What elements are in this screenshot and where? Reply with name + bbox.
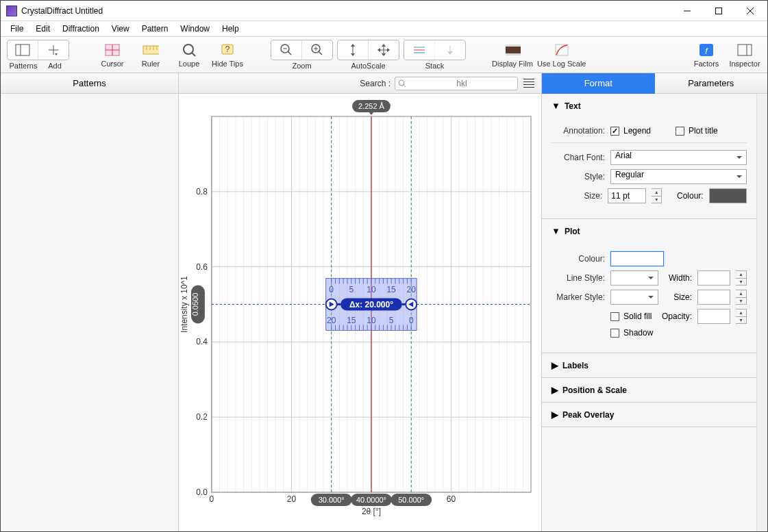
hamburger-menu-button[interactable] [522, 77, 536, 90]
minimize-button[interactable] [671, 1, 703, 21]
stack-toggle-button[interactable] [404, 40, 434, 60]
display-film-button[interactable]: Display Film [492, 42, 533, 68]
svg-text:0: 0 [210, 494, 214, 504]
svg-text:2.252 Å: 2.252 Å [358, 102, 384, 110]
log-scale-icon [554, 42, 570, 58]
section-labels-header[interactable]: ▶ Labels [542, 353, 756, 377]
factors-button[interactable]: fFactors [689, 42, 723, 68]
menu-bar: File Edit Diffraction View Pattern Windo… [1, 21, 767, 36]
line-width-field[interactable] [697, 270, 730, 286]
marker-size-stepper[interactable]: ▲▼ [736, 290, 747, 305]
inspector-panel: Format Parameters ▼ Text Annotation: Leg… [541, 73, 767, 531]
add-button[interactable] [38, 40, 69, 60]
diffraction-plot[interactable]: 02040600.00.20.40.60.82θ [°]Intensity x … [179, 94, 541, 531]
svg-text:5: 5 [349, 285, 354, 294]
svg-text:60: 60 [447, 494, 456, 504]
ruler-button[interactable]: Ruler [134, 42, 168, 68]
loupe-button[interactable]: Loupe [172, 42, 206, 68]
marker-style-select[interactable] [610, 290, 658, 305]
cursor-button[interactable]: Cursor [95, 42, 129, 68]
svg-point-16 [184, 45, 193, 54]
line-width-stepper[interactable]: ▲▼ [736, 270, 747, 286]
menu-view[interactable]: View [106, 23, 135, 35]
svg-text:0.0: 0.0 [196, 487, 208, 497]
svg-text:15: 15 [347, 316, 356, 325]
stack-down-button[interactable] [434, 40, 465, 60]
opacity-field[interactable] [697, 309, 730, 324]
marker-size-field[interactable] [697, 290, 730, 305]
factors-icon: f [698, 42, 715, 58]
svg-line-17 [192, 53, 195, 56]
patterns-list[interactable] [1, 94, 178, 531]
add-label: Add [40, 62, 69, 70]
text-colour-swatch[interactable] [709, 188, 747, 203]
svg-text:10: 10 [367, 316, 376, 325]
section-peak-overlay-header[interactable]: ▶ Peak Overlay [542, 403, 756, 427]
autoscale-xy-button[interactable] [368, 40, 399, 60]
chart-font-select[interactable]: Arial [610, 150, 747, 165]
font-size-field[interactable]: 11 pt [608, 188, 646, 203]
legend-checkbox[interactable]: Legend [610, 126, 651, 136]
patterns-icon [14, 42, 31, 58]
line-style-select[interactable] [610, 270, 658, 286]
autoscale-xy-icon [375, 42, 392, 58]
shadow-checkbox[interactable]: Shadow [610, 328, 653, 338]
patterns-button[interactable] [8, 40, 38, 60]
patterns-label: Patterns [6, 62, 40, 70]
inspector-scrollbar[interactable] [756, 94, 767, 531]
svg-line-43 [404, 85, 406, 87]
zoom-out-button[interactable] [271, 40, 301, 60]
section-plot-header[interactable]: ▼ Plot [542, 219, 756, 243]
search-input[interactable] [409, 79, 515, 88]
film-icon [504, 42, 521, 58]
patterns-panel-header: Patterns [1, 73, 178, 94]
loupe-icon [181, 42, 197, 58]
use-log-scale-button[interactable]: Use Log Scale [537, 42, 586, 68]
inspector-button[interactable]: Inspector [728, 42, 762, 68]
menu-pattern[interactable]: Pattern [136, 23, 174, 35]
section-position-scale-header[interactable]: ▶ Position & Scale [542, 378, 756, 402]
patterns-panel: Patterns [1, 73, 179, 531]
svg-point-42 [399, 80, 404, 86]
svg-rect-36 [506, 53, 521, 55]
menu-file[interactable]: File [5, 23, 29, 35]
font-size-stepper[interactable]: ▲▼ [652, 188, 662, 203]
menu-diffraction[interactable]: Diffraction [57, 23, 105, 35]
solid-fill-checkbox[interactable]: Solid fill [610, 312, 652, 321]
svg-text:20: 20 [287, 494, 297, 504]
plot-area[interactable]: 02040600.00.20.40.60.82θ [°]Intensity x … [179, 94, 541, 531]
menu-edit[interactable]: Edit [30, 23, 55, 35]
maximize-button[interactable] [703, 1, 734, 21]
svg-rect-35 [506, 45, 521, 47]
close-button[interactable] [734, 1, 766, 21]
stack-icon [411, 42, 428, 58]
svg-text:2θ [°]: 2θ [°] [362, 507, 381, 516]
autoscale-y-button[interactable] [338, 40, 368, 60]
opacity-stepper[interactable]: ▲▼ [736, 309, 747, 324]
svg-text:5: 5 [389, 316, 394, 325]
svg-text:Intensity x 10^1: Intensity x 10^1 [179, 276, 189, 333]
menu-help[interactable]: Help [216, 23, 245, 35]
search-box[interactable] [395, 77, 518, 90]
menu-window[interactable]: Window [175, 23, 215, 35]
tab-parameters[interactable]: Parameters [655, 73, 768, 94]
svg-text:Δx: 20.000°: Δx: 20.000° [349, 300, 393, 309]
toolbar: PatternsAdd Cursor Ruler Loupe ?Hide Tip… [1, 36, 767, 73]
plot-title-checkbox[interactable]: Plot title [676, 126, 718, 136]
svg-text:0.4: 0.4 [196, 337, 208, 346]
svg-text:0: 0 [329, 285, 334, 294]
hide-tips-button[interactable]: ?Hide Tips [210, 42, 245, 68]
section-text-header[interactable]: ▼ Text [542, 94, 756, 118]
plot-colour-swatch[interactable] [610, 251, 664, 266]
svg-text:30.000°: 30.000° [319, 496, 345, 504]
svg-text:50.000°: 50.000° [398, 496, 424, 504]
font-style-select[interactable]: Regular [610, 169, 747, 184]
zoom-in-icon [309, 42, 325, 58]
search-icon [398, 79, 406, 88]
cursor-icon [104, 42, 121, 58]
svg-text:10: 10 [367, 285, 376, 294]
zoom-out-icon [278, 42, 295, 58]
app-icon [6, 5, 17, 16]
tab-format[interactable]: Format [542, 73, 655, 94]
zoom-in-button[interactable] [301, 40, 332, 60]
